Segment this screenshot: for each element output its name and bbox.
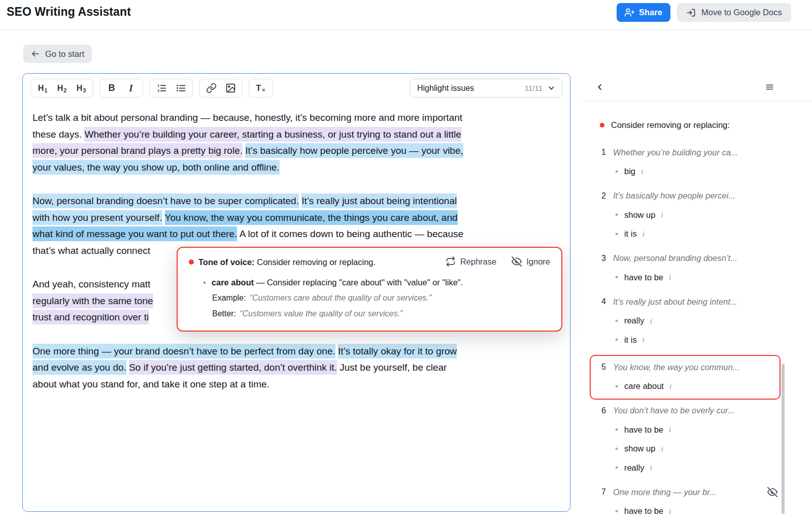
rephrase-button[interactable]: Rephrase xyxy=(446,256,497,267)
issue-term[interactable]: show up xyxy=(624,210,655,220)
highlighted-text[interactable]: It’s basically how people perceive you —… xyxy=(245,143,463,158)
issue-sentence[interactable]: You know, the way you commun... xyxy=(613,363,739,372)
highlighted-text[interactable]: regularly with the same tone xyxy=(32,293,153,308)
editor-paragraph[interactable]: One more thing — your brand doesn’t have… xyxy=(32,343,560,393)
unordered-list-button[interactable] xyxy=(172,80,190,96)
info-icon[interactable]: i xyxy=(642,335,645,344)
issue-term[interactable]: it is xyxy=(624,335,637,345)
issue-sentence-row[interactable]: 4It’s really just about being intent... xyxy=(595,295,777,309)
issue-sentence-row[interactable]: 2It’s basically how people percei... xyxy=(595,189,777,203)
editor-paragraph[interactable]: Let’s talk a bit about personal branding… xyxy=(32,110,560,176)
ordered-list-button[interactable]: 12 xyxy=(152,80,171,96)
info-icon[interactable]: i xyxy=(641,167,643,176)
highlighted-text[interactable]: Now, personal branding doesn’t have to b… xyxy=(32,193,299,208)
sidebar-menu-button[interactable] xyxy=(762,80,776,94)
issue-sentence-row[interactable]: 1Whether you’re building your ca... xyxy=(595,145,777,159)
clear-formatting-button[interactable]: T✕ xyxy=(252,80,270,96)
issue-term[interactable]: really xyxy=(624,463,644,473)
collapse-sidebar-button[interactable] xyxy=(593,80,607,94)
issue-number: 4 xyxy=(595,297,606,306)
link-button[interactable] xyxy=(202,80,220,96)
highlighted-text[interactable]: You know, the way you communicate, the t… xyxy=(165,210,458,225)
issue-sentence[interactable]: One more thing — your br... xyxy=(613,487,717,497)
issue-sentence-row[interactable]: 3Now, personal branding doesn’t... xyxy=(595,251,777,266)
issue-term[interactable]: have to be xyxy=(624,506,663,516)
italic-button[interactable]: I xyxy=(122,80,140,96)
link-icon xyxy=(206,83,217,93)
issue-term-row[interactable]: •show upi xyxy=(615,208,777,222)
info-icon[interactable]: i xyxy=(669,273,671,282)
highlighted-text[interactable]: One more thing — your brand doesn’t have… xyxy=(32,344,335,358)
share-button-label: Share xyxy=(639,8,662,17)
highlighted-text[interactable]: Whether you’re building your career, sta… xyxy=(84,127,461,142)
move-to-google-docs-button[interactable]: Move to Google Docs xyxy=(677,3,791,22)
ignore-button[interactable]: Ignore xyxy=(512,256,550,267)
text-segment: A lot of it comes down to being authenti… xyxy=(237,228,463,239)
issue-number: 7 xyxy=(595,487,606,497)
issue-sentence[interactable]: You don’t have to be overly cur... xyxy=(613,406,735,415)
highlighted-text[interactable]: with how you present yourself. xyxy=(32,210,162,225)
issue-term-row[interactable]: •reallyi xyxy=(615,314,777,328)
info-icon[interactable]: i xyxy=(669,507,671,516)
highlighted-text[interactable]: what kind of message you want to put out… xyxy=(32,226,237,241)
highlighted-text[interactable]: more, your personal brand plays a pretty… xyxy=(32,143,243,158)
issue-number: 6 xyxy=(595,406,606,415)
issue-term-row[interactable]: •have to bei xyxy=(615,270,777,284)
issue-term[interactable]: show up xyxy=(624,444,655,453)
issue-term[interactable]: it is xyxy=(624,229,637,239)
sidebar-scrollbar[interactable] xyxy=(782,364,785,514)
heading-2-button[interactable]: H2 xyxy=(53,80,71,96)
issue-term-row[interactable]: •reallyi xyxy=(615,461,777,475)
issue-example-row: Example:“Customers care about the qualit… xyxy=(212,291,550,305)
info-icon[interactable]: i xyxy=(650,463,652,472)
issue-term-row[interactable]: •show upi xyxy=(615,442,777,456)
issue-sentence[interactable]: Whether you’re building your ca... xyxy=(613,148,738,157)
highlighted-text[interactable]: So if you’re just getting started, don’t… xyxy=(129,360,337,375)
share-button[interactable]: Share xyxy=(617,3,670,22)
highlighted-text[interactable]: trust and recognition over ti xyxy=(32,310,149,324)
issue-term-row[interactable]: •it isi xyxy=(615,333,777,347)
move-to-google-docs-label: Move to Google Docs xyxy=(701,8,782,17)
info-icon[interactable]: i xyxy=(661,444,663,453)
info-icon[interactable]: i xyxy=(661,210,663,219)
issue-sentence-row[interactable]: 6You don’t have to be overly cur... xyxy=(595,404,777,418)
unordered-list-icon xyxy=(176,83,186,93)
heading-1-button[interactable]: H1 xyxy=(33,80,52,96)
issue-suggestion-text: care about — Consider replacing "care ab… xyxy=(212,276,463,289)
issue-term[interactable]: really xyxy=(624,316,644,325)
issue-sentence-row[interactable]: 7One more thing — your br... xyxy=(595,485,777,499)
info-icon[interactable]: i xyxy=(642,230,645,239)
eye-off-icon[interactable] xyxy=(767,487,777,497)
issue-sentence-row[interactable]: 5You know, the way you commun... xyxy=(595,360,777,374)
issue-term-row[interactable]: •it isi xyxy=(615,227,777,241)
issue-term-row[interactable]: •have to bei xyxy=(615,422,777,437)
issue-sentence[interactable]: It’s basically how people percei... xyxy=(613,191,735,201)
bold-button[interactable]: B xyxy=(103,80,121,96)
text-segment: that’s what actually connect xyxy=(32,245,150,256)
text-segment: these days. xyxy=(32,129,84,140)
info-icon[interactable]: i xyxy=(669,425,671,434)
issue-sentence[interactable]: Now, personal branding doesn’t... xyxy=(613,253,737,263)
issue-term-row[interactable]: •have to bei xyxy=(615,504,777,518)
issue-term[interactable]: have to be xyxy=(624,425,663,435)
issue-term[interactable]: big xyxy=(624,167,635,176)
editor-line: and evolve as you do. So if you’re just … xyxy=(32,359,560,376)
go-to-start-button[interactable]: Go to start xyxy=(23,45,92,63)
highlight-issues-dropdown[interactable]: Highlight issues 11/11 xyxy=(410,79,562,97)
issue-term-row[interactable]: •care abouti xyxy=(615,379,777,394)
highlighted-text[interactable]: It’s totally okay for it to grow xyxy=(338,344,457,358)
image-button[interactable] xyxy=(221,80,240,96)
highlighted-text[interactable]: your values, the way you show up, both o… xyxy=(32,160,280,175)
info-icon[interactable]: i xyxy=(669,382,671,391)
example-label: Example: xyxy=(212,293,246,302)
issue-sentence[interactable]: It’s really just about being intent... xyxy=(613,297,737,307)
issue-term[interactable]: care about xyxy=(624,381,664,391)
clear-format-group: T✕ xyxy=(249,79,273,97)
issue-term[interactable]: have to be xyxy=(624,273,663,282)
heading-3-button[interactable]: H3 xyxy=(72,80,90,96)
highlighted-text[interactable]: It’s really just about being intentional xyxy=(301,193,457,208)
highlighted-text[interactable]: and evolve as you do. xyxy=(32,360,126,375)
bullet: • xyxy=(615,229,618,239)
issue-term-row[interactable]: •bigi xyxy=(615,165,777,179)
info-icon[interactable]: i xyxy=(650,316,652,325)
